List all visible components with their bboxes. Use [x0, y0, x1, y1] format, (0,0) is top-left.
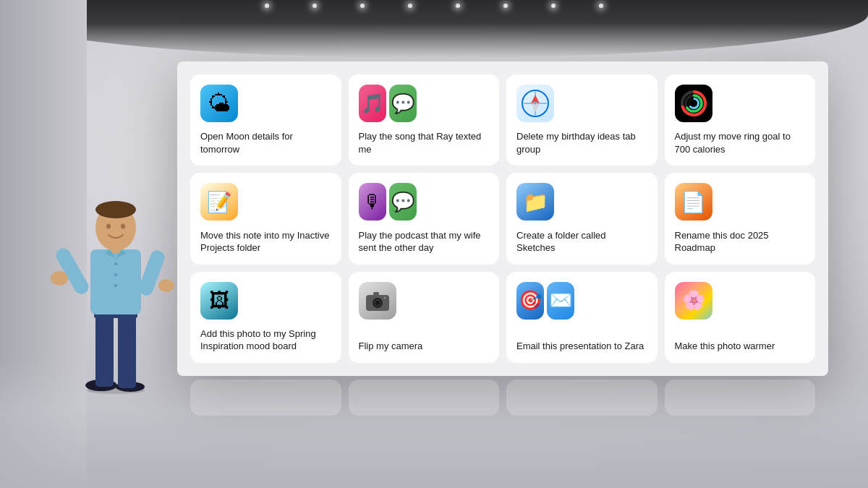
- keynote-icon: 🎯: [516, 282, 544, 320]
- svg-point-36: [51, 271, 68, 286]
- reflection-card: [665, 380, 816, 416]
- safari-svg: [521, 89, 550, 118]
- ceiling-lights: [265, 4, 603, 8]
- svg-point-29: [106, 224, 111, 229]
- card-text: Flip my camera: [359, 340, 423, 353]
- ceiling-light: [599, 4, 603, 8]
- svg-point-34: [114, 273, 117, 276]
- card-open-moon: 🌤 Open Moon details for tomorrow: [190, 74, 341, 166]
- ceiling-light: [265, 4, 269, 8]
- card-text: Create a folder called Sketches: [516, 229, 647, 254]
- notes-icon: 📝: [200, 183, 238, 221]
- reflection-card: [349, 380, 500, 416]
- activity-ring-svg: [679, 89, 708, 118]
- card-text: Delete my birthday ideas tab group: [516, 130, 647, 155]
- card-create-folder: 📁 Create a folder called Sketches: [506, 173, 658, 264]
- camera-svg: [365, 288, 391, 314]
- card-move-note: 📝 Move this note into my Inactive Projec…: [190, 173, 341, 264]
- presenter-svg: [43, 163, 188, 394]
- podcasts-icon: 🎙: [359, 183, 386, 221]
- music-icon: 🎵: [359, 85, 386, 122]
- svg-point-30: [121, 224, 125, 229]
- card-text: Move this note into my Inactive Projects…: [200, 229, 331, 254]
- card-text: Open Moon details for tomorrow: [200, 130, 331, 155]
- icon-group: 🎵 💬: [359, 85, 417, 122]
- svg-point-28: [95, 201, 136, 218]
- svg-rect-23: [90, 249, 141, 314]
- presentation-board: 🌤 Open Moon details for tomorrow 🎵 💬 Pla…: [177, 61, 828, 376]
- files-icon: 📁: [516, 183, 554, 221]
- reflection-card: [190, 380, 341, 416]
- pages-icon: 📄: [675, 183, 712, 221]
- card-adjust-ring: Adjust my move ring goal to 700 calories: [665, 74, 816, 166]
- card-rename-roadmap: 📄 Rename this doc 2025 Roadmap: [665, 173, 816, 264]
- safari-icon: [516, 85, 554, 122]
- card-add-photo: 🖼 Add this photo to my Spring Inspiratio…: [190, 272, 341, 363]
- card-text: Rename this doc 2025 Roadmap: [675, 229, 806, 254]
- messages-icon: 💬: [389, 183, 417, 221]
- messages-icon: 💬: [389, 85, 417, 122]
- activity-icon: [675, 85, 712, 122]
- svg-rect-21: [118, 314, 136, 388]
- svg-rect-24: [54, 246, 91, 297]
- card-play-song: 🎵 💬 Play the song that Ray texted me: [349, 74, 500, 166]
- ceiling-light: [551, 4, 556, 8]
- card-text: Make this photo warmer: [675, 340, 775, 353]
- ceiling-light: [456, 4, 460, 8]
- svg-point-33: [114, 262, 117, 265]
- card-text: Email this presentation to Zara: [516, 340, 644, 353]
- svg-rect-15: [373, 292, 379, 296]
- camera-icon: [359, 282, 396, 320]
- card-delete-birthday: Delete my birthday ideas tab group: [506, 74, 658, 166]
- freeform-icon: 🖼: [200, 282, 238, 320]
- card-email-presentation: 🎯 ✉️ Email this presentation to Zara: [506, 272, 658, 363]
- weather-icon: 🌤: [200, 85, 238, 122]
- icon-group: 🎙 💬: [359, 183, 417, 221]
- reflection-card: [506, 380, 658, 416]
- photos-icon: 🌸: [675, 282, 712, 320]
- card-text: Add this photo to my Spring Inspiration …: [200, 328, 331, 353]
- ceiling-light: [360, 4, 365, 8]
- card-make-warmer: 🌸 Make this photo warmer: [665, 272, 816, 363]
- mail-icon: ✉️: [547, 282, 574, 320]
- svg-point-16: [383, 296, 386, 299]
- svg-point-14: [375, 301, 380, 305]
- ceiling-light: [312, 4, 317, 8]
- reflection-grid: [177, 380, 828, 416]
- svg-point-35: [114, 284, 117, 287]
- icon-group: 🎯 ✉️: [516, 282, 574, 320]
- card-text: Play the song that Ray texted me: [359, 130, 490, 155]
- presenter: [43, 163, 188, 394]
- svg-point-37: [158, 279, 174, 292]
- ceiling-light: [408, 4, 412, 8]
- card-play-podcast: 🎙 💬 Play the podcast that my wife sent t…: [349, 173, 500, 264]
- card-text: Play the podcast that my wife sent the o…: [359, 229, 490, 254]
- ceiling-light: [503, 4, 508, 8]
- svg-rect-20: [95, 314, 114, 387]
- board-reflection: [177, 380, 828, 474]
- card-flip-camera: Flip my camera: [349, 272, 500, 363]
- card-text: Adjust my move ring goal to 700 calories: [675, 130, 806, 155]
